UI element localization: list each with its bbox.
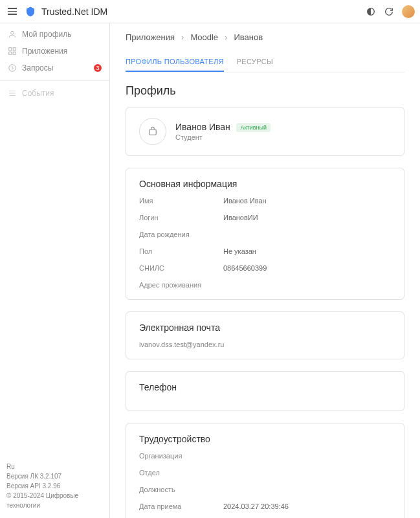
page-title: Профиль (126, 84, 404, 98)
sidebar-item-label: События (22, 89, 54, 98)
clock-icon (8, 63, 17, 73)
svg-rect-4 (13, 52, 16, 54)
profile-role: Студент (175, 133, 271, 141)
basic-info-card: Основная информация ИмяИванов Иван Логин… (126, 168, 404, 300)
field-row: Дата приема2024.03.27 20:39:46 (139, 502, 391, 510)
field-row: ИмяИванов Иван (139, 197, 391, 205)
svg-rect-2 (13, 48, 16, 51)
app-title: Trusted.Net IDM (41, 6, 360, 17)
email-card: Электронная почта ivanov.dss.test@yandex… (126, 311, 404, 359)
footer-lang: Ru (6, 462, 103, 471)
field-row: Дата рождения (139, 231, 391, 238)
app-logo-icon (25, 6, 36, 17)
profile-name: Иванов Иван (175, 122, 230, 132)
section-title: Электронная почта (139, 322, 391, 333)
section-title: Телефон (139, 382, 391, 392)
chevron-right-icon: › (225, 32, 227, 42)
svg-rect-6 (149, 130, 157, 135)
breadcrumb-item[interactable]: Moodle (190, 32, 218, 42)
sidebar-item-events[interactable]: События (0, 85, 109, 102)
badge: 3 (94, 64, 102, 72)
tab-user-profile[interactable]: ПРОФИЛЬ ПОЛЬЗОВАТЕЛЯ (126, 52, 224, 72)
employment-card: Трудоустройство Организация Отдел Должно… (126, 423, 404, 518)
field-row: Адрес проживания (139, 281, 391, 289)
field-row: ЛогинИвановИИ (139, 214, 391, 221)
email-value: ivanov.dss.test@yandex.ru (139, 341, 391, 348)
footer-copyright: © 2015-2024 Цифровые технологии (6, 491, 103, 510)
field-row: ПолНе указан (139, 247, 391, 255)
main-content: Приложения › Moodle › Иванов ПРОФИЛЬ ПОЛ… (110, 23, 420, 518)
user-icon (8, 30, 17, 39)
status-badge: Активный (236, 123, 270, 132)
field-row: Организация (139, 452, 391, 460)
refresh-icon[interactable] (384, 6, 394, 17)
sidebar-item-requests[interactable]: Запросы 3 (0, 60, 109, 76)
breadcrumb-item[interactable]: Иванов (234, 32, 263, 42)
tabs: ПРОФИЛЬ ПОЛЬЗОВАТЕЛЯ РЕСУРСЫ (126, 52, 404, 73)
menu-toggle-icon[interactable] (5, 5, 19, 17)
phone-card: Телефон (126, 371, 404, 411)
list-icon (8, 89, 17, 98)
chevron-right-icon: › (181, 32, 184, 42)
profile-avatar-icon (139, 118, 166, 145)
tab-resources[interactable]: РЕСУРСЫ (237, 52, 273, 72)
sidebar-item-label: Запросы (22, 63, 53, 73)
field-row: Должность (139, 486, 391, 493)
breadcrumb: Приложения › Moodle › Иванов (126, 32, 404, 42)
field-row: Отдел (139, 469, 391, 477)
svg-rect-1 (9, 48, 12, 51)
sidebar: Мой профиль Приложения Запросы 3 События… (0, 23, 110, 518)
theme-icon[interactable] (366, 6, 376, 17)
section-title: Основная информация (139, 179, 391, 189)
sidebar-footer: Ru Версия ЛК 3.2.107 Версия API 3.2.96 ©… (0, 456, 109, 515)
sidebar-item-label: Приложения (22, 47, 67, 56)
field-row: СНИЛС08645660399 (139, 264, 391, 272)
footer-version-api: Версия API 3.2.96 (6, 481, 103, 491)
topbar: Trusted.Net IDM (0, 0, 420, 23)
section-title: Трудоустройство (139, 434, 391, 444)
sidebar-item-apps[interactable]: Приложения (0, 43, 109, 60)
apps-icon (8, 47, 17, 56)
sidebar-item-profile[interactable]: Мой профиль (0, 26, 109, 43)
avatar[interactable] (402, 5, 415, 18)
footer-version-lk: Версия ЛК 3.2.107 (6, 471, 103, 481)
svg-rect-3 (9, 52, 12, 54)
svg-point-0 (11, 31, 14, 34)
profile-card: Иванов Иван Активный Студент (126, 107, 404, 156)
sidebar-item-label: Мой профиль (22, 30, 72, 39)
breadcrumb-item[interactable]: Приложения (126, 32, 175, 42)
